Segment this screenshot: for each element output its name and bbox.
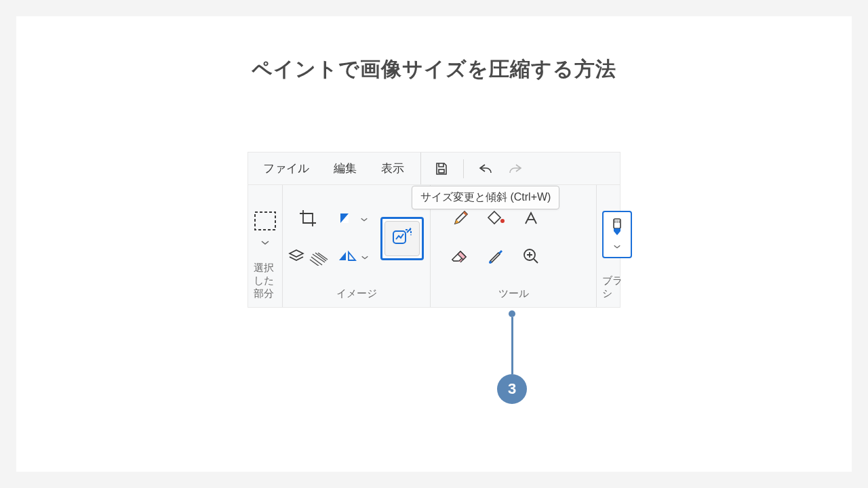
menu-view[interactable]: 表示	[369, 152, 416, 184]
svg-marker-5	[349, 252, 355, 260]
color-picker-icon[interactable]	[488, 247, 504, 268]
svg-rect-1	[255, 212, 275, 230]
flip-icon[interactable]	[338, 249, 357, 266]
brush-icon	[610, 218, 625, 241]
fill-bucket-icon[interactable]	[486, 209, 505, 230]
group-label-image: イメージ	[336, 287, 377, 303]
chevron-down-icon[interactable]	[260, 238, 270, 247]
pencil-icon[interactable]	[452, 209, 469, 230]
text-icon[interactable]	[523, 210, 539, 229]
group-image: イメージ	[283, 185, 431, 307]
tooltip-resize-skew: サイズ変更と傾斜 (Ctrl+W)	[412, 186, 559, 209]
callout-line	[511, 317, 513, 374]
callout-3: 3	[497, 314, 527, 404]
group-selection: 選択した部分	[248, 185, 283, 307]
separator	[463, 159, 464, 178]
document-card: ペイントで画像サイズを圧縮する方法 ファイル 編集 表示	[16, 16, 852, 472]
rotate-right-icon[interactable]	[338, 211, 356, 228]
eraser-icon[interactable]	[451, 249, 470, 266]
group-label-selection: 選択した部分	[254, 262, 277, 303]
zoom-icon[interactable]	[522, 247, 540, 268]
paint-ribbon: ファイル 編集 表示	[248, 152, 620, 308]
menu-edit[interactable]: 編集	[321, 152, 369, 184]
svg-marker-4	[339, 252, 346, 260]
svg-point-9	[489, 261, 492, 264]
callout-number: 3	[497, 374, 527, 404]
quick-access-toolbar	[420, 152, 524, 184]
chevron-down-icon[interactable]	[361, 253, 369, 262]
group-label-brush: ブラシ	[602, 274, 632, 303]
redo-icon[interactable]	[507, 162, 524, 176]
ribbon-wrap: ファイル 編集 表示	[248, 152, 620, 308]
resize-icon	[391, 226, 414, 251]
group-label-tools: ツール	[498, 287, 529, 303]
menu-bar: ファイル 編集 表示	[248, 152, 620, 185]
brush-button[interactable]	[602, 211, 632, 258]
menu-file[interactable]: ファイル	[251, 152, 321, 184]
save-icon[interactable]	[433, 161, 450, 177]
chevron-down-icon[interactable]	[360, 215, 368, 224]
resize-skew-button[interactable]	[380, 217, 424, 260]
layers-icon[interactable]	[287, 247, 328, 268]
chevron-down-icon[interactable]	[613, 242, 621, 251]
undo-icon[interactable]	[477, 162, 494, 176]
svg-rect-0	[439, 169, 444, 173]
callout-dot	[509, 310, 515, 317]
crop-icon[interactable]	[298, 209, 317, 230]
group-brush: ブラシ	[597, 185, 637, 307]
page-title: ペイントで画像サイズを圧縮する方法	[16, 16, 852, 83]
selection-rectangle-icon[interactable]	[254, 211, 277, 234]
svg-point-8	[500, 219, 505, 223]
